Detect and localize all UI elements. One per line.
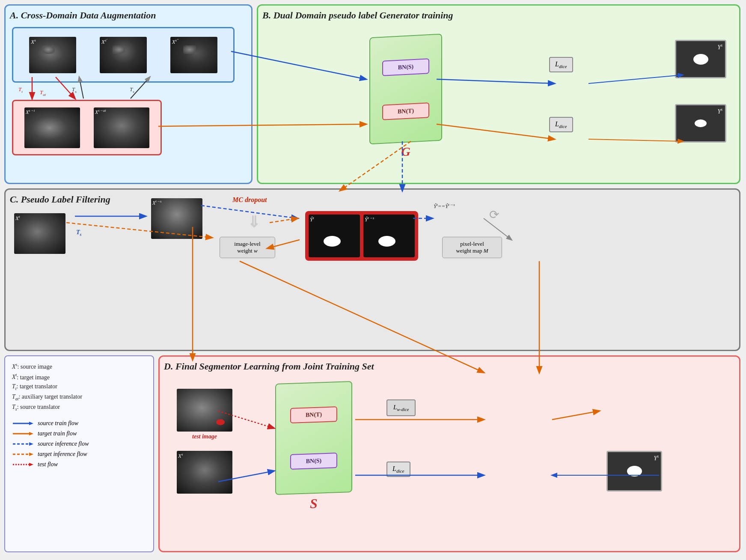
ys-b-bottom: Ys (675, 104, 726, 143)
g-label: G (401, 144, 410, 159)
xs-d-label: Xs (178, 452, 183, 459)
pred-group: Ŷt Ŷt→s (305, 211, 418, 261)
img-xs-dprime: Xs'' (170, 37, 217, 73)
img-xs-to-t: Xs→t (24, 107, 80, 148)
test-image-label: test image (177, 433, 232, 440)
section-a-label: A. Cross-Domain Data Augmentation (10, 10, 247, 21)
xt-to-s-label: Xt→s (152, 200, 161, 206)
xs-prime-label: Xs' (101, 38, 107, 45)
s-bn-s-box: BN(S) (290, 453, 337, 470)
legend-source-inference: source inference flow (12, 441, 146, 447)
s-network: BN(T) BN(S) S (275, 382, 352, 494)
xt-image: Xt (14, 213, 65, 254)
yt-hat-box: Ŷt (309, 214, 360, 257)
ts-label-c: Ts (76, 229, 81, 237)
svg-marker-3 (29, 432, 33, 435)
img-xs: Xs (29, 37, 76, 73)
ts-label2: Ts (130, 86, 134, 94)
bn-t-box: BN(T) (382, 102, 429, 120)
s-label: S (310, 496, 318, 512)
legend-var-tt: Tt: target translator (12, 383, 146, 391)
xt-to-s-image: Xt→s (151, 198, 202, 239)
yt-to-s-hat-box: Ŷt→s (363, 214, 415, 257)
legend-source-train: source train flow (12, 420, 146, 427)
source-image-group: Xs Xs' Xs'' (12, 27, 235, 83)
svg-marker-7 (29, 453, 33, 456)
xs-dprime-label: Xs'' (172, 38, 178, 45)
xs-to-t-label: Xs→t (26, 109, 35, 116)
ys-b-top: Ys (675, 40, 726, 78)
l-dice-top: Ldice (549, 57, 573, 72)
svg-marker-9 (29, 463, 33, 466)
source-inference-label: source inference flow (38, 441, 89, 447)
source-train-arrow-icon (12, 420, 33, 426)
tat-label: Tat (40, 89, 46, 97)
legend-test-flow: test flow (12, 461, 146, 468)
source-train-label: source train flow (38, 420, 78, 427)
img-xs-to-at: Xs→at (94, 107, 149, 148)
ys-d-label: Ys (654, 454, 659, 462)
xs-label: Xs (31, 38, 36, 45)
legend-var-xs: Xs: source image (12, 362, 146, 370)
section-d-label: D. Final Segmentor Learning from Joint T… (164, 361, 735, 372)
mc-dropout-label: MC dropout (232, 196, 267, 204)
section-b-label: B. Dual Domain pseudo label Generator tr… (262, 10, 735, 21)
pixel-weight-box: pixel-levelweight map M (442, 237, 502, 258)
xt-label: Xt (15, 214, 20, 222)
xs-d-image: Xs (177, 451, 232, 494)
target-inference-arrow-icon (12, 451, 33, 457)
condition-label: Ŷt==Ŷt→s (434, 203, 455, 210)
main-container: A. Cross-Domain Data Augmentation Xs Xs'… (0, 0, 746, 560)
source-inference-arrow-icon (12, 441, 33, 447)
mc-dropout-arrow: ⇓ (247, 213, 260, 231)
legend-flows: source train flow target train flow sour… (12, 420, 146, 468)
legend-target-inference: target inference flow (12, 451, 146, 458)
s-bn-t-box: BN(T) (290, 406, 337, 423)
l-w-dice-box: Lw-dice (386, 399, 416, 416)
yt-to-s-hat-label: Ŷt→s (365, 216, 374, 223)
l-dice-d-box: Ldice (386, 462, 410, 477)
test-flow-arrow-icon (12, 462, 33, 468)
test-flow-label: test flow (38, 461, 58, 468)
section-b: B. Dual Domain pseudo label Generator tr… (257, 4, 740, 184)
tt-label: Tt (18, 86, 23, 94)
target-image-group: Xs→t Xs→at (12, 100, 162, 155)
target-train-arrow-icon (12, 431, 33, 437)
section-a: A. Cross-Domain Data Augmentation Xs Xs'… (4, 4, 253, 184)
legend-var-xt: Xt: target image (12, 373, 146, 381)
target-inference-label: target inference flow (38, 451, 87, 458)
legend-var-ts: Ts: source translator (12, 404, 146, 411)
image-weight-box: image-levelweight w (220, 237, 275, 258)
g-network: BN(S) BN(T) G (369, 36, 442, 143)
bn-s-box: BN(S) (382, 58, 429, 76)
test-image-d: test image (177, 389, 232, 440)
legend-target-train: target train flow (12, 430, 146, 437)
ys-d-right: Ys (606, 451, 662, 491)
xs-to-at-label: Xs→at (95, 109, 106, 116)
legend-var-tat: Tat: auxiliary target translator (12, 393, 146, 401)
section-d: D. Final Segmentor Learning from Joint T… (158, 355, 740, 552)
svg-marker-1 (29, 422, 33, 425)
svg-marker-5 (29, 442, 33, 446)
ts-label1: Ts (72, 86, 77, 94)
l-dice-bottom: Ldice (549, 117, 573, 132)
section-c-label: C. Pseudo Label Filtering (10, 194, 735, 205)
legend-box: Xs: source image Xt: target image Tt: ta… (4, 355, 154, 552)
yt-hat-label: Ŷt (310, 216, 314, 223)
filter-icon: ⟳ (489, 208, 499, 222)
target-train-label: target train flow (38, 430, 77, 437)
img-xs-prime: Xs' (100, 37, 147, 73)
section-c: C. Pseudo Label Filtering Xt Xt→s Ts MC … (4, 188, 740, 351)
